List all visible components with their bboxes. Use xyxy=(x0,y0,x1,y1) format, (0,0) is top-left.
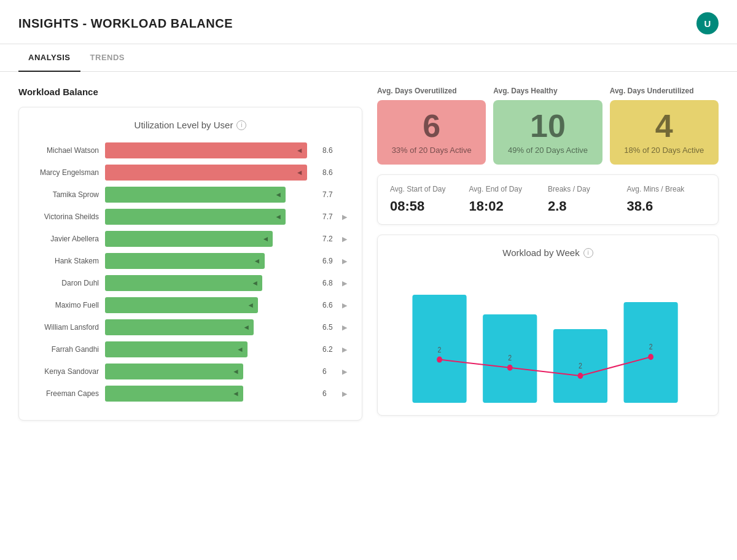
bar: ◄ xyxy=(105,253,265,269)
bar-left-arrow-icon: ◄ xyxy=(296,168,303,177)
bar-right-arrow-icon: ▶ xyxy=(342,390,349,398)
bar-row: Michael Watson◄8.6 xyxy=(31,142,349,158)
metric-value: 2.8 xyxy=(548,198,627,214)
bar-right-arrow-icon: ▶ xyxy=(342,324,349,332)
info-icon[interactable]: i xyxy=(236,120,246,130)
bar-label: Javier Abellera xyxy=(31,235,105,243)
user-avatar[interactable]: U xyxy=(696,12,719,34)
bar-label: Kenya Sandovar xyxy=(31,367,105,376)
right-panel: Avg. Days OverutilizedAvg. Days HealthyA… xyxy=(377,87,719,421)
bar-row: Farrah Gandhi◄6.2▶ xyxy=(31,341,349,357)
bar-value: 6 xyxy=(322,389,340,398)
bar-row: Tamika Sprow◄7.7 xyxy=(31,187,349,203)
bar-right-arrow-icon: ▶ xyxy=(342,213,349,221)
bar: ◄ xyxy=(105,297,258,313)
bar-left-arrow-icon: ◄ xyxy=(275,212,282,221)
bar: ◄ xyxy=(105,209,286,225)
bar-label: Victorina Sheilds xyxy=(31,212,105,221)
left-panel: Workload Balance Utilization Level by Us… xyxy=(18,87,362,421)
tab-analysis[interactable]: ANALYSIS xyxy=(18,44,80,72)
bar-row: William Lansford◄6.5▶ xyxy=(31,319,349,335)
utilization-chart-card: Utilization Level by User i Michael Wats… xyxy=(18,107,362,421)
stat-card: 418% of 20 Days Active xyxy=(610,100,719,165)
bar-row: Freeman Capes◄6▶ xyxy=(31,386,349,402)
bar-row: Kenya Sandovar◄6▶ xyxy=(31,364,349,379)
bar-value: 7.2 xyxy=(322,235,340,243)
bar-value: 7.7 xyxy=(322,212,340,221)
bar: ◄ xyxy=(105,231,273,247)
bar-left-arrow-icon: ◄ xyxy=(262,235,269,243)
bar-right-arrow-icon: ▶ xyxy=(342,368,349,376)
bar: ◄ xyxy=(105,386,243,402)
bar-left-arrow-icon: ◄ xyxy=(251,279,259,287)
bar-label: Marcy Engelsman xyxy=(31,168,105,177)
metrics-values-row: 08:5818:022.838.6 xyxy=(390,198,706,214)
bar-row: Victorina Sheilds◄7.7▶ xyxy=(31,209,349,225)
stat-column-label: Avg. Days Healthy xyxy=(493,87,602,95)
tab-trends[interactable]: TRENDS xyxy=(80,44,135,72)
bar-container: ◄ xyxy=(105,275,318,291)
bar-value: 6 xyxy=(322,367,340,376)
app-container: INSIGHTS - WORKLOAD BALANCE U ANALYSIS T… xyxy=(0,0,737,560)
metrics-card: Avg. Start of DayAvg. End of DayBreaks /… xyxy=(377,174,719,225)
section-title: Workload Balance xyxy=(18,87,362,97)
bar-right-arrow-icon: ▶ xyxy=(342,279,349,287)
bar: ◄ xyxy=(105,364,243,379)
svg-point-11 xyxy=(648,354,653,360)
stat-card: 633% of 20 Days Active xyxy=(377,100,486,165)
bar-value: 6.5 xyxy=(322,323,340,332)
metric-value: 08:58 xyxy=(390,198,469,214)
bar-value: 7.7 xyxy=(322,190,340,199)
bar-label: Daron Duhl xyxy=(31,279,105,287)
bar-container: ◄ xyxy=(105,142,318,158)
bar-left-arrow-icon: ◄ xyxy=(247,301,254,309)
bar-container: ◄ xyxy=(105,341,318,357)
stat-pct-text: 18% of 20 Days Active xyxy=(624,146,704,155)
bar-right-arrow-icon: ▶ xyxy=(342,346,349,354)
weekly-chart-title: Workload by Week i xyxy=(390,247,706,258)
bar-label: Hank Stakem xyxy=(31,257,105,265)
svg-text:2: 2 xyxy=(649,343,653,351)
bar-container: ◄ xyxy=(105,165,318,181)
stat-number: 6 xyxy=(423,110,440,142)
bar-value: 6.9 xyxy=(322,257,340,265)
bar-right-arrow-icon: ▶ xyxy=(342,235,349,243)
bar-left-arrow-icon: ◄ xyxy=(236,345,244,354)
svg-rect-6 xyxy=(624,302,678,403)
metric-label: Breaks / Day xyxy=(548,185,627,193)
bar-container: ◄ xyxy=(105,209,318,225)
svg-point-10 xyxy=(578,373,583,379)
weekly-chart: 2222 xyxy=(390,268,706,403)
bar-chart: Michael Watson◄8.6Marcy Engelsman◄8.6Tam… xyxy=(31,142,349,402)
bar-container: ◄ xyxy=(105,253,318,269)
svg-text:2: 2 xyxy=(579,362,582,370)
bar: ◄ xyxy=(105,142,307,158)
bar-container: ◄ xyxy=(105,386,318,402)
stat-column-label: Avg. Days Underutilized xyxy=(610,87,719,95)
bar-container: ◄ xyxy=(105,319,318,335)
bar-left-arrow-icon: ◄ xyxy=(243,323,250,332)
bar-label: Freeman Capes xyxy=(31,389,105,398)
bar-label: Michael Watson xyxy=(31,146,105,155)
bar-row: Marcy Engelsman◄8.6 xyxy=(31,165,349,181)
bar-container: ◄ xyxy=(105,364,318,379)
bar: ◄ xyxy=(105,319,254,335)
bar-row: Javier Abellera◄7.2▶ xyxy=(31,231,349,247)
bar: ◄ xyxy=(105,341,248,357)
weekly-info-icon[interactable]: i xyxy=(583,248,593,258)
bar-value: 6.6 xyxy=(322,301,340,309)
tab-bar: ANALYSIS TRENDS xyxy=(0,44,737,72)
main-content: Workload Balance Utilization Level by Us… xyxy=(0,72,737,435)
stat-pct-text: 49% of 20 Days Active xyxy=(508,146,588,155)
metric-value: 38.6 xyxy=(627,198,706,214)
page-title: INSIGHTS - WORKLOAD BALANCE xyxy=(18,17,233,31)
bar-container: ◄ xyxy=(105,297,318,313)
bar-left-arrow-icon: ◄ xyxy=(296,146,303,155)
bar-container: ◄ xyxy=(105,187,318,203)
bar-left-arrow-icon: ◄ xyxy=(232,389,240,398)
stat-number: 4 xyxy=(655,110,673,142)
svg-point-9 xyxy=(507,365,513,371)
svg-point-8 xyxy=(437,357,442,363)
header: INSIGHTS - WORKLOAD BALANCE U xyxy=(0,0,737,44)
bar-right-arrow-icon: ▶ xyxy=(342,257,349,265)
